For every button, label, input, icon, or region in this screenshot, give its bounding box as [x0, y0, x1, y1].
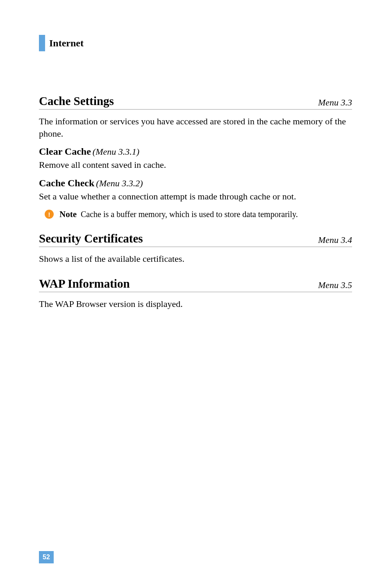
topic-row: Security Certificates Menu 3.4: [39, 232, 352, 247]
page-number: 52: [39, 551, 54, 563]
alert-icon-glyph: !: [48, 211, 50, 218]
note-content: Note Cache is a buffer memory, which is …: [59, 209, 298, 220]
subsection-heading: Clear Cache: [39, 146, 91, 157]
subsection-text: Set a value whether a connection attempt…: [39, 190, 352, 203]
page-header: Internet: [39, 35, 352, 51]
topic-menu-ref: Menu 3.4: [318, 235, 352, 245]
alert-icon: !: [45, 210, 54, 219]
topic-intro: Shows a list of the available certificat…: [39, 253, 352, 265]
section-title: Internet: [49, 38, 84, 49]
section-security-certificates: Security Certificates Menu 3.4 Shows a l…: [39, 232, 352, 265]
topic-title: WAP Information: [39, 277, 130, 291]
topic-row: Cache Settings Menu 3.3: [39, 94, 352, 110]
topic-menu-ref: Menu 3.3: [318, 97, 352, 108]
note-label: Note: [59, 209, 77, 219]
topic-title: Cache Settings: [39, 94, 114, 108]
topic-intro: The WAP Browser version is displayed.: [39, 298, 352, 310]
subsection-text: Remove all content saved in cache.: [39, 159, 352, 171]
topic-title: Security Certificates: [39, 232, 143, 245]
accent-bar: [39, 35, 45, 51]
subsection-ref: (Menu 3.3.1): [93, 146, 139, 157]
section-cache-settings: Cache Settings Menu 3.3 The information …: [39, 94, 352, 220]
subsection-heading-row: Clear Cache (Menu 3.3.1): [39, 146, 352, 157]
section-wap-information: WAP Information Menu 3.5 The WAP Browser…: [39, 277, 352, 310]
topic-menu-ref: Menu 3.5: [318, 280, 352, 291]
note-text: Cache is a buffer memory, which is used …: [81, 210, 298, 219]
topic-intro: The information or services you have acc…: [39, 115, 352, 140]
subsection-heading-row: Cache Check (Menu 3.3.2): [39, 178, 352, 189]
topic-row: WAP Information Menu 3.5: [39, 277, 352, 292]
subsection-ref: (Menu 3.3.2): [96, 178, 143, 188]
subsection-heading: Cache Check: [39, 178, 94, 188]
note-callout: ! Note Cache is a buffer memory, which i…: [45, 209, 352, 220]
